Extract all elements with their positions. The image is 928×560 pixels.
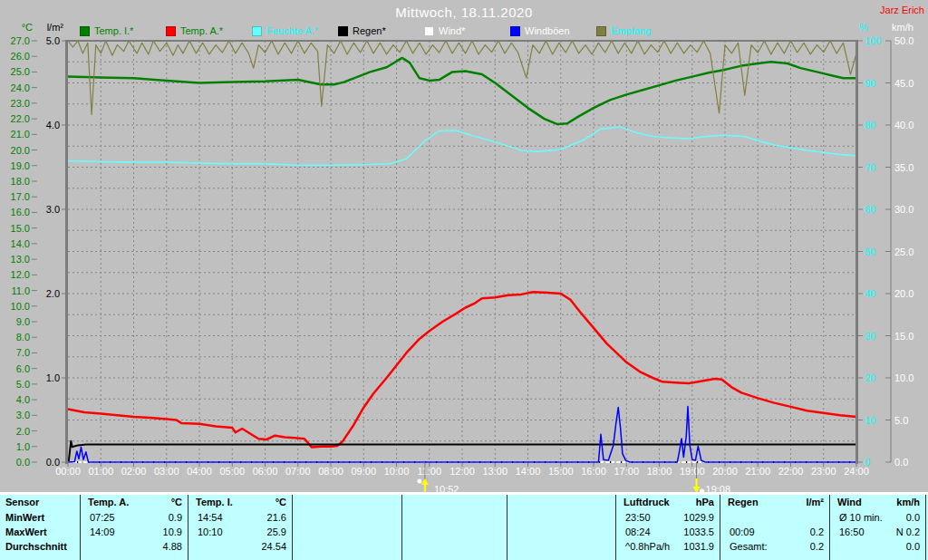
stats-cell-value: 1033.5 <box>683 525 720 539</box>
stats-column-empty-5 <box>507 495 615 560</box>
tick-label-hour: 22:00 <box>778 466 804 477</box>
stats-column-temp-i-: Temp. I.°C14:5421.610:1025.924.54 <box>188 495 292 560</box>
stats-cell-label <box>830 539 839 554</box>
tick-label-temp: 8.0 <box>16 332 30 343</box>
stats-cell-value: 4.88 <box>163 539 188 554</box>
tick-label-windax: 45.0 <box>894 78 914 89</box>
tick-label-hum: 50 <box>865 246 875 257</box>
stats-column-luftdruck: LuftdruckhPa23:501029.908:241033.5^0.8hP… <box>615 495 720 560</box>
stats-row <box>402 539 507 554</box>
stats-cell-label: ^0.8hPa/h <box>616 539 670 554</box>
tick-label-windax: 30.0 <box>894 204 914 215</box>
stats-row: 07:250.9 <box>81 510 188 525</box>
stats-row <box>402 510 507 525</box>
stats-cell-label: Temp. I. <box>188 495 233 510</box>
tick-label-temp: 23.0 <box>11 98 30 109</box>
stats-column-empty-4 <box>401 495 507 560</box>
stats-row: MaxWert <box>0 525 80 539</box>
stats-cell-label <box>508 495 515 510</box>
stats-row: 23:501029.9 <box>616 510 720 525</box>
stats-cell-value: 1029.9 <box>683 510 720 525</box>
stats-cell-value: °C <box>276 495 292 510</box>
tick-label-temp: 25.0 <box>11 66 30 77</box>
stats-column-sensor: SensorMinWertMaxWertDurchschnitt <box>0 495 80 560</box>
tick-label-hour: 08:00 <box>318 466 343 477</box>
stats-cell-label <box>508 525 517 539</box>
stats-row <box>508 510 615 525</box>
stats-cell-label: 10:10 <box>188 525 223 539</box>
tick-label-hour: 10:00 <box>384 466 410 477</box>
tick-label-windax: 35.0 <box>894 162 914 173</box>
stats-header-row: LuftdruckhPa <box>616 495 720 510</box>
tick-label-temp: 19.0 <box>11 160 30 171</box>
tick-label-windax: 5.0 <box>894 415 908 426</box>
plot-gridlines <box>68 41 856 462</box>
tick-label-hum: 100 <box>865 35 881 46</box>
tick-label-temp: 12.0 <box>11 269 30 280</box>
stats-header-row <box>508 495 615 510</box>
tick-label-rain: 1.0 <box>46 372 60 383</box>
tick-label-temp: 7.0 <box>16 347 30 358</box>
moonrise-arrow-icon <box>421 478 429 485</box>
tick-label-rain: 2.0 <box>46 288 60 299</box>
tick-label-hum: 70 <box>865 162 875 173</box>
tick-label-hour: 20:00 <box>712 466 738 477</box>
tick-label-temp: 13.0 <box>11 254 30 265</box>
tick-label-temp: 5.0 <box>16 379 30 390</box>
tick-label-rain: 4.0 <box>46 120 60 130</box>
stats-cell-value: 10.9 <box>163 525 188 539</box>
stats-cell-label: 14:09 <box>81 525 115 539</box>
stats-row: 08:241033.5 <box>616 525 720 539</box>
tick-label-temp: 22.0 <box>11 113 30 124</box>
stats-cell-label <box>508 510 517 525</box>
tick-label-hum: 10 <box>865 415 875 426</box>
moon-icon <box>417 479 421 484</box>
stats-cell-label <box>293 525 302 539</box>
x-axis-labels: 00:0001:0002:0003:0004:0005:0006:0007:00… <box>55 463 869 477</box>
stats-cell-label: 16:50 <box>830 525 865 539</box>
stats-cell-value: 0.2 <box>810 525 829 539</box>
tick-label-hour: 15:00 <box>548 466 574 477</box>
series-temp_a-line <box>68 292 856 447</box>
stats-cell-value: 0.2 <box>810 539 829 554</box>
tick-label-hum: 40 <box>865 288 875 299</box>
stats-column-empty-3 <box>292 495 401 560</box>
stats-header-row <box>402 495 507 510</box>
tick-label-windax: 50.0 <box>894 35 914 46</box>
stats-row: 4.88 <box>81 539 188 554</box>
tick-label-hum: 60 <box>865 204 875 215</box>
tick-label-temp: 24.0 <box>11 82 30 93</box>
stats-cell-label: 14:54 <box>188 510 223 525</box>
stats-row: 10:1025.9 <box>188 525 292 539</box>
stats-cell-value: 0.9 <box>169 510 188 525</box>
stats-column-temp-a-: Temp. A.°C07:250.914:0910.94.88 <box>80 495 188 560</box>
weather-chart: 27.026.025.024.023.022.021.020.019.018.0… <box>0 0 928 560</box>
stats-cell-label: 08:24 <box>616 525 651 539</box>
stats-cell-label <box>81 539 90 554</box>
tick-label-windax: 15.0 <box>894 331 914 342</box>
stats-cell-value: N 0.2 <box>896 525 925 539</box>
stats-row <box>508 525 615 539</box>
tick-label-hour: 23:00 <box>811 466 836 477</box>
stats-row: 0.0 <box>830 539 925 554</box>
stats-header-row: Regenl/m² <box>720 495 829 510</box>
weather-app-screen: { "header": { "title": "Mittwoch, 18.11.… <box>0 0 928 560</box>
tick-label-hour: 09:00 <box>351 466 376 477</box>
stats-cell-label <box>508 539 517 554</box>
tick-label-hum: 90 <box>865 78 875 89</box>
tick-label-rain: 5.0 <box>46 35 60 46</box>
stats-cell-label: Sensor <box>0 495 39 510</box>
tick-label-temp: 11.0 <box>11 285 30 296</box>
stats-cell-value: 0.0 <box>906 510 925 525</box>
stats-row <box>402 525 507 539</box>
tick-label-hour: 01:00 <box>88 466 113 477</box>
tick-label-temp: 2.0 <box>16 426 30 437</box>
tick-label-hum: 20 <box>865 372 875 383</box>
stats-cell-label: 00:09 <box>720 525 755 539</box>
stats-cell-label: MaxWert <box>0 525 47 539</box>
tick-label-hour: 13:00 <box>482 466 508 477</box>
stats-row: MinWert <box>0 510 80 525</box>
stats-cell-label <box>402 525 411 539</box>
stats-row: Durchschnitt <box>0 539 80 554</box>
stats-row: ^0.8hPa/h1031.9 <box>616 539 720 554</box>
